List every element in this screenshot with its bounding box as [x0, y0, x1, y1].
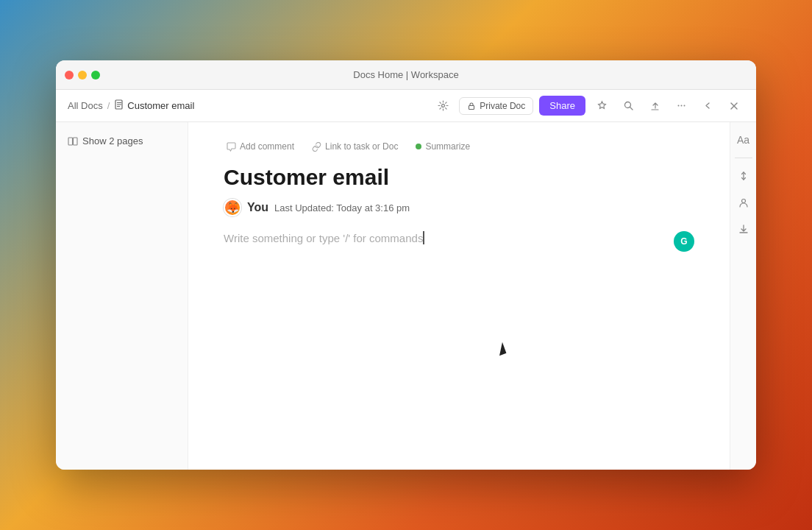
link-task-button[interactable]: Link to task or Doc — [309, 140, 401, 153]
summarize-dot — [416, 144, 421, 149]
top-toolbar: All Docs / Customer email — [56, 90, 756, 122]
add-comment-button[interactable]: Add comment — [224, 140, 297, 153]
show-pages-item[interactable]: Show 2 pages — [56, 131, 188, 151]
settings-icon-button[interactable] — [432, 96, 453, 116]
summarize-button[interactable]: Summarize — [413, 140, 473, 153]
breadcrumb-separator: / — [107, 100, 110, 111]
star-button[interactable] — [591, 96, 612, 116]
svg-rect-5 — [469, 105, 474, 109]
mouse-cursor-shape — [496, 342, 507, 356]
export-button[interactable] — [644, 96, 665, 116]
close-button[interactable] — [724, 96, 744, 116]
doc-metadata: 🦊 You Last Updated: Today at 3:16 pm — [224, 199, 694, 216]
editor-placeholder[interactable]: Write something or type '/' for commands — [224, 231, 694, 261]
traffic-lights — [65, 71, 100, 80]
avatar-emoji: 🦊 — [227, 202, 239, 213]
text-cursor — [423, 231, 424, 244]
download-button[interactable] — [733, 219, 754, 239]
editor-body[interactable]: Write something or type '/' for commands… — [224, 231, 694, 261]
main-area: Show 2 pages Add comment — [56, 122, 756, 470]
left-sidebar: Show 2 pages — [56, 122, 188, 470]
maximize-button[interactable] — [91, 71, 100, 80]
svg-point-8 — [677, 105, 679, 107]
editor-area: Add comment Link to task or Doc Summariz… — [188, 122, 756, 470]
people-button[interactable] — [733, 192, 754, 213]
doc-type-icon — [114, 99, 124, 112]
sidebar-divider — [735, 158, 752, 158]
share-button[interactable]: Share — [539, 96, 585, 116]
close-button[interactable] — [65, 71, 74, 80]
svg-point-4 — [441, 105, 444, 107]
document-title[interactable]: Customer email — [224, 165, 694, 190]
svg-point-16 — [741, 199, 745, 203]
last-updated: Last Updated: Today at 3:16 pm — [274, 202, 410, 213]
ai-indicator: G — [674, 231, 694, 252]
svg-line-7 — [630, 107, 633, 110]
minimize-button[interactable] — [78, 71, 87, 80]
right-sidebar: Aa — [730, 122, 756, 470]
editor[interactable]: Add comment Link to task or Doc Summariz… — [188, 122, 730, 470]
svg-rect-14 — [74, 138, 78, 145]
breadcrumb: All Docs / Customer email — [68, 99, 427, 112]
window-title: Docs Home | Workspace — [353, 69, 458, 80]
svg-rect-13 — [68, 138, 73, 145]
author-avatar: 🦊 — [224, 199, 241, 216]
scroll-view-button[interactable] — [733, 166, 754, 186]
mouse-cursor-indicator — [497, 343, 505, 355]
svg-point-10 — [683, 105, 685, 107]
app-window: Docs Home | Workspace All Docs / Custome… — [56, 60, 756, 470]
toolbar-right: Private Doc Share — [432, 96, 744, 116]
collapse-button[interactable] — [697, 96, 718, 116]
titlebar: Docs Home | Workspace — [56, 60, 756, 90]
svg-point-9 — [680, 105, 682, 107]
breadcrumb-current: Customer email — [114, 99, 194, 112]
search-button[interactable] — [618, 96, 638, 116]
private-doc-button[interactable]: Private Doc — [459, 97, 533, 115]
breadcrumb-parent[interactable]: All Docs — [68, 100, 103, 111]
more-options-button[interactable] — [671, 96, 691, 116]
author-name: You — [247, 201, 268, 214]
show-pages-label: Show 2 pages — [82, 135, 143, 146]
font-settings-button[interactable]: Aa — [733, 130, 754, 150]
editor-toolbar: Add comment Link to task or Doc Summariz… — [224, 140, 694, 153]
